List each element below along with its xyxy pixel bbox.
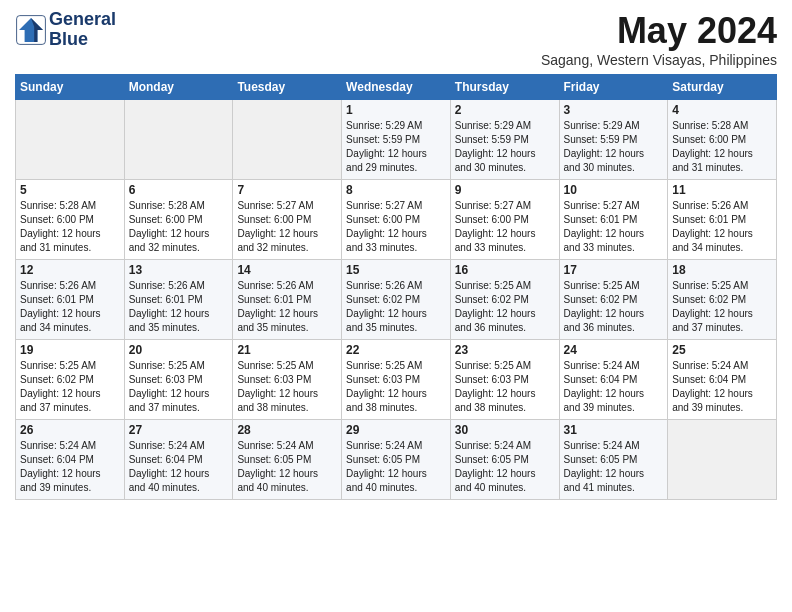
calendar-cell: 22Sunrise: 5:25 AMSunset: 6:03 PMDayligh… [342, 340, 451, 420]
calendar-cell: 10Sunrise: 5:27 AMSunset: 6:01 PMDayligh… [559, 180, 668, 260]
calendar-cell: 28Sunrise: 5:24 AMSunset: 6:05 PMDayligh… [233, 420, 342, 500]
weekday-header-cell: Friday [559, 75, 668, 100]
day-number: 16 [455, 263, 555, 277]
calendar-table: SundayMondayTuesdayWednesdayThursdayFrid… [15, 74, 777, 500]
calendar-cell [16, 100, 125, 180]
logo-icon [15, 14, 47, 46]
day-info: Sunrise: 5:26 AMSunset: 6:02 PMDaylight:… [346, 279, 446, 335]
day-number: 8 [346, 183, 446, 197]
calendar-cell: 21Sunrise: 5:25 AMSunset: 6:03 PMDayligh… [233, 340, 342, 420]
day-number: 25 [672, 343, 772, 357]
weekday-header-cell: Sunday [16, 75, 125, 100]
calendar-cell: 11Sunrise: 5:26 AMSunset: 6:01 PMDayligh… [668, 180, 777, 260]
calendar-cell: 26Sunrise: 5:24 AMSunset: 6:04 PMDayligh… [16, 420, 125, 500]
calendar-cell: 3Sunrise: 5:29 AMSunset: 5:59 PMDaylight… [559, 100, 668, 180]
day-number: 5 [20, 183, 120, 197]
calendar-cell: 2Sunrise: 5:29 AMSunset: 5:59 PMDaylight… [450, 100, 559, 180]
day-number: 2 [455, 103, 555, 117]
calendar-cell: 9Sunrise: 5:27 AMSunset: 6:00 PMDaylight… [450, 180, 559, 260]
calendar-cell: 1Sunrise: 5:29 AMSunset: 5:59 PMDaylight… [342, 100, 451, 180]
calendar-cell: 12Sunrise: 5:26 AMSunset: 6:01 PMDayligh… [16, 260, 125, 340]
day-info: Sunrise: 5:29 AMSunset: 5:59 PMDaylight:… [564, 119, 664, 175]
calendar-cell: 19Sunrise: 5:25 AMSunset: 6:02 PMDayligh… [16, 340, 125, 420]
day-info: Sunrise: 5:28 AMSunset: 6:00 PMDaylight:… [672, 119, 772, 175]
day-number: 23 [455, 343, 555, 357]
logo: General Blue [15, 10, 116, 50]
day-number: 27 [129, 423, 229, 437]
day-info: Sunrise: 5:28 AMSunset: 6:00 PMDaylight:… [20, 199, 120, 255]
day-number: 24 [564, 343, 664, 357]
weekday-header-row: SundayMondayTuesdayWednesdayThursdayFrid… [16, 75, 777, 100]
calendar-cell: 30Sunrise: 5:24 AMSunset: 6:05 PMDayligh… [450, 420, 559, 500]
day-number: 12 [20, 263, 120, 277]
day-info: Sunrise: 5:25 AMSunset: 6:03 PMDaylight:… [129, 359, 229, 415]
day-info: Sunrise: 5:29 AMSunset: 5:59 PMDaylight:… [346, 119, 446, 175]
day-number: 17 [564, 263, 664, 277]
weekday-header-cell: Saturday [668, 75, 777, 100]
calendar-cell: 8Sunrise: 5:27 AMSunset: 6:00 PMDaylight… [342, 180, 451, 260]
day-number: 21 [237, 343, 337, 357]
day-number: 19 [20, 343, 120, 357]
calendar-week-row: 1Sunrise: 5:29 AMSunset: 5:59 PMDaylight… [16, 100, 777, 180]
day-info: Sunrise: 5:25 AMSunset: 6:02 PMDaylight:… [564, 279, 664, 335]
day-info: Sunrise: 5:27 AMSunset: 6:00 PMDaylight:… [346, 199, 446, 255]
calendar-cell: 5Sunrise: 5:28 AMSunset: 6:00 PMDaylight… [16, 180, 125, 260]
calendar-cell: 13Sunrise: 5:26 AMSunset: 6:01 PMDayligh… [124, 260, 233, 340]
day-number: 11 [672, 183, 772, 197]
day-info: Sunrise: 5:24 AMSunset: 6:05 PMDaylight:… [237, 439, 337, 495]
calendar-cell: 18Sunrise: 5:25 AMSunset: 6:02 PMDayligh… [668, 260, 777, 340]
calendar-cell: 24Sunrise: 5:24 AMSunset: 6:04 PMDayligh… [559, 340, 668, 420]
day-number: 6 [129, 183, 229, 197]
day-info: Sunrise: 5:26 AMSunset: 6:01 PMDaylight:… [20, 279, 120, 335]
day-info: Sunrise: 5:24 AMSunset: 6:04 PMDaylight:… [129, 439, 229, 495]
title-area: May 2024 Sagang, Western Visayas, Philip… [541, 10, 777, 68]
day-number: 1 [346, 103, 446, 117]
day-number: 18 [672, 263, 772, 277]
day-info: Sunrise: 5:29 AMSunset: 5:59 PMDaylight:… [455, 119, 555, 175]
calendar-cell: 17Sunrise: 5:25 AMSunset: 6:02 PMDayligh… [559, 260, 668, 340]
day-number: 4 [672, 103, 772, 117]
day-info: Sunrise: 5:24 AMSunset: 6:05 PMDaylight:… [564, 439, 664, 495]
day-number: 20 [129, 343, 229, 357]
day-number: 3 [564, 103, 664, 117]
day-number: 13 [129, 263, 229, 277]
calendar-cell: 14Sunrise: 5:26 AMSunset: 6:01 PMDayligh… [233, 260, 342, 340]
header: General Blue May 2024 Sagang, Western Vi… [15, 10, 777, 68]
day-info: Sunrise: 5:28 AMSunset: 6:00 PMDaylight:… [129, 199, 229, 255]
day-info: Sunrise: 5:25 AMSunset: 6:02 PMDaylight:… [20, 359, 120, 415]
day-number: 15 [346, 263, 446, 277]
day-info: Sunrise: 5:27 AMSunset: 6:00 PMDaylight:… [237, 199, 337, 255]
day-info: Sunrise: 5:24 AMSunset: 6:04 PMDaylight:… [672, 359, 772, 415]
calendar-cell [233, 100, 342, 180]
day-info: Sunrise: 5:25 AMSunset: 6:03 PMDaylight:… [455, 359, 555, 415]
day-number: 7 [237, 183, 337, 197]
day-info: Sunrise: 5:25 AMSunset: 6:02 PMDaylight:… [455, 279, 555, 335]
weekday-header-cell: Wednesday [342, 75, 451, 100]
calendar-cell: 6Sunrise: 5:28 AMSunset: 6:00 PMDaylight… [124, 180, 233, 260]
day-number: 14 [237, 263, 337, 277]
calendar-cell: 4Sunrise: 5:28 AMSunset: 6:00 PMDaylight… [668, 100, 777, 180]
calendar-week-row: 19Sunrise: 5:25 AMSunset: 6:02 PMDayligh… [16, 340, 777, 420]
calendar-week-row: 5Sunrise: 5:28 AMSunset: 6:00 PMDaylight… [16, 180, 777, 260]
day-info: Sunrise: 5:25 AMSunset: 6:02 PMDaylight:… [672, 279, 772, 335]
day-number: 10 [564, 183, 664, 197]
day-info: Sunrise: 5:26 AMSunset: 6:01 PMDaylight:… [672, 199, 772, 255]
day-info: Sunrise: 5:25 AMSunset: 6:03 PMDaylight:… [237, 359, 337, 415]
day-number: 28 [237, 423, 337, 437]
day-info: Sunrise: 5:27 AMSunset: 6:00 PMDaylight:… [455, 199, 555, 255]
day-info: Sunrise: 5:27 AMSunset: 6:01 PMDaylight:… [564, 199, 664, 255]
day-info: Sunrise: 5:25 AMSunset: 6:03 PMDaylight:… [346, 359, 446, 415]
calendar-cell [668, 420, 777, 500]
day-number: 9 [455, 183, 555, 197]
day-info: Sunrise: 5:24 AMSunset: 6:04 PMDaylight:… [564, 359, 664, 415]
day-number: 26 [20, 423, 120, 437]
calendar-cell [124, 100, 233, 180]
day-number: 31 [564, 423, 664, 437]
calendar-cell: 29Sunrise: 5:24 AMSunset: 6:05 PMDayligh… [342, 420, 451, 500]
logo-text: General Blue [49, 10, 116, 50]
day-info: Sunrise: 5:26 AMSunset: 6:01 PMDaylight:… [129, 279, 229, 335]
day-number: 22 [346, 343, 446, 357]
weekday-header-cell: Tuesday [233, 75, 342, 100]
calendar-cell: 7Sunrise: 5:27 AMSunset: 6:00 PMDaylight… [233, 180, 342, 260]
calendar-body: 1Sunrise: 5:29 AMSunset: 5:59 PMDaylight… [16, 100, 777, 500]
